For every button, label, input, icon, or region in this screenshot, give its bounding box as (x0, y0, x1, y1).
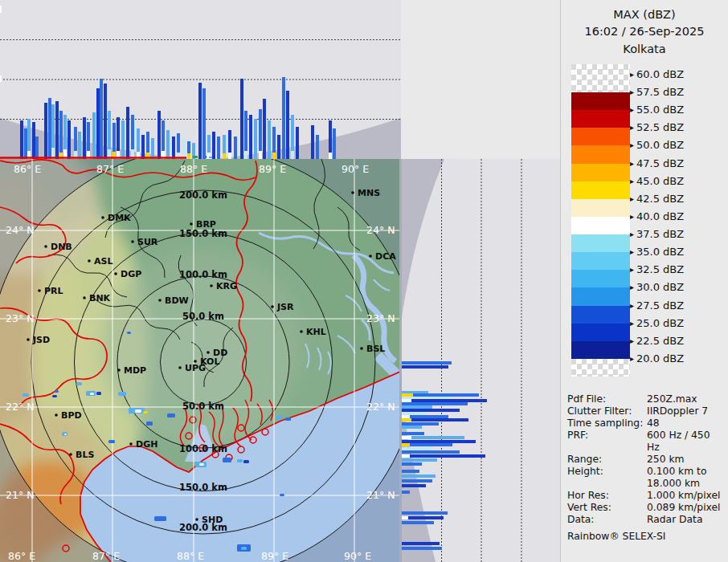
scale-band (571, 270, 630, 287)
echo-column (35, 136, 39, 159)
info-row: Time sampling: 48 (567, 417, 725, 430)
svg-text:100.0 km: 100.0 km (179, 269, 227, 280)
scale-label: 42.5 dBZ (630, 193, 684, 205)
info-label: Clutter Filter: (567, 405, 647, 417)
scale-label: 37.5 dBZ (630, 228, 684, 240)
svg-text:22° N: 22° N (6, 401, 34, 413)
echo-column (234, 136, 237, 159)
precip-echo (199, 463, 204, 466)
scale-label: 60.0 dBZ (630, 68, 684, 80)
echo-column (182, 138, 186, 159)
precip-echo (167, 413, 175, 417)
radar-station-name: Kolkata (561, 41, 728, 58)
top-projection-panel (0, 0, 401, 159)
info-row: Pdf File: 250Z.max (567, 393, 725, 405)
blind-zone-top (402, 159, 444, 317)
city-label: MNS (358, 188, 380, 198)
scale-band (571, 181, 630, 199)
info-row: Data: Radar Data (567, 514, 725, 526)
precip-echo (22, 393, 29, 397)
city-label: KHL (306, 327, 326, 337)
echo-column (157, 111, 161, 159)
precip-echo (243, 460, 249, 463)
echo-column (198, 83, 202, 159)
echo-column (402, 450, 460, 454)
echo-column (316, 135, 319, 159)
scale-label: 30.0 dBZ (630, 281, 684, 293)
city-label: BNK (89, 293, 111, 303)
precip-echo (241, 547, 247, 550)
scale-band (571, 341, 630, 359)
svg-text:23° N: 23° N (366, 312, 395, 324)
info-row: PRF: 600 Hz / 450 Hz (567, 430, 725, 454)
precip-echo (285, 417, 291, 421)
info-value: 0.100 km to 18.000 km (647, 466, 725, 490)
info-label: Data: (567, 514, 647, 526)
info-value: 600 Hz / 450 Hz (647, 430, 725, 454)
svg-text:150.0 km: 150.0 km (179, 228, 227, 239)
precip-echo (280, 494, 284, 496)
info-label: Range: (567, 454, 647, 466)
info-value: 48 (647, 417, 725, 430)
scale-band (571, 92, 630, 110)
radar-map-svg: 86° E87° E88° E89° E90° E86° E87° E88° E… (0, 159, 402, 562)
echo-column (402, 361, 452, 364)
svg-text:50.0 km: 50.0 km (182, 311, 224, 322)
echo-column (277, 135, 280, 159)
scale-label: 35.0 dBZ (630, 246, 684, 258)
scale-band-underflow (571, 359, 630, 377)
info-row: Vert Res: 0.089 km/pixel (567, 502, 725, 514)
color-scale (571, 64, 630, 377)
echo-column (311, 125, 314, 159)
top-projection-svg (0, 0, 401, 159)
echo-column (217, 136, 220, 159)
svg-text:89° E: 89° E (261, 550, 288, 562)
echo-column (141, 135, 145, 159)
echo-column (402, 479, 432, 483)
echo-column (212, 132, 215, 159)
scale-label: 22.5 dBZ (630, 335, 684, 347)
city-label: JSR (276, 302, 294, 312)
precip-echo (127, 332, 131, 334)
right-projection-svg (402, 159, 560, 562)
scale-label: 52.5 dBZ (630, 121, 684, 133)
echo-column (402, 447, 432, 450)
echo-column (402, 412, 426, 415)
svg-text:89° E: 89° E (259, 163, 286, 175)
echo-column (24, 128, 27, 159)
info-value: Radar Data (647, 514, 725, 526)
scale-band-overflow (571, 64, 630, 92)
echo-column (402, 402, 468, 405)
echo-column (402, 454, 485, 458)
legend-panel: MAX (dBZ) 16:02 / 26-Sep-2025 Kolkata 60… (560, 0, 728, 562)
svg-text:23° N: 23° N (6, 312, 34, 324)
echo-column (83, 117, 86, 159)
city-label: JSD (32, 335, 50, 345)
scale-band (571, 164, 630, 181)
scale-label: 40.0 dBZ (630, 210, 684, 222)
precip-echo (76, 382, 82, 385)
echo-column (249, 115, 252, 159)
echo-column (402, 542, 440, 545)
radar-map: 86° E87° E88° E89° E90° E86° E87° E88° E… (0, 159, 402, 562)
scale-label: 50.0 dBZ (630, 139, 684, 151)
info-label: Hor Res: (567, 490, 647, 502)
echo-column (172, 136, 175, 159)
info-value: 0.089 km/pixel (647, 502, 725, 514)
city-label: SHD (202, 515, 223, 525)
precip-echo (96, 392, 101, 395)
software-brand: Rainbow® SELEX-SI (567, 531, 725, 543)
echo-column (104, 83, 107, 159)
svg-text:88° E: 88° E (180, 163, 207, 175)
echo-column (402, 399, 487, 402)
info-row: Range: 250 km (567, 454, 725, 466)
svg-text:22° N: 22° N (366, 401, 395, 413)
echo-column (402, 491, 410, 494)
scale-band (571, 287, 630, 305)
info-label: Time sampling: (567, 417, 647, 430)
echo-column (402, 511, 448, 515)
scale-label: 45.0 dBZ (630, 175, 684, 187)
legend-title: MAX (dBZ) 16:02 / 26-Sep-2025 Kolkata (561, 6, 728, 58)
scale-label: 20.0 dBZ (630, 352, 684, 364)
svg-text:100.0 km: 100.0 km (179, 443, 227, 454)
